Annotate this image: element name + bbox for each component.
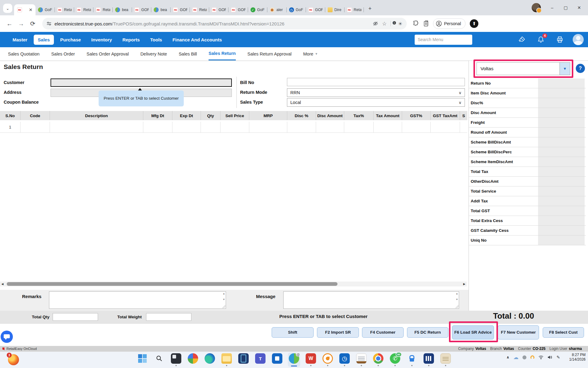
search-taskbar-icon[interactable]	[153, 353, 165, 367]
column-header[interactable]: Disc %	[287, 111, 316, 120]
print-icon[interactable]	[556, 36, 564, 43]
cell-gst-taxamt[interactable]	[431, 122, 460, 133]
cell-disc-pct[interactable]	[287, 122, 316, 133]
cell-sell-price[interactable]	[221, 122, 249, 133]
help-button[interactable]: ?	[576, 64, 585, 73]
scroll-up-icon[interactable]: ▲	[223, 293, 225, 295]
browser-tab[interactable]: bea	[151, 4, 171, 15]
table-row[interactable]: 1	[0, 122, 467, 133]
browser-update-icon[interactable]: ⬆	[470, 19, 478, 28]
browser-tab[interactable]: GoF	[287, 4, 306, 15]
summary-row[interactable]: Item Disc Amount	[469, 88, 586, 98]
summary-row[interactable]: Return No	[469, 79, 586, 88]
back-button[interactable]: ←	[4, 18, 15, 29]
browser-tab[interactable]: GOF	[228, 4, 248, 15]
menu-reports[interactable]: Reports	[119, 35, 144, 45]
summary-row[interactable]: GST Calamity Cess	[469, 226, 586, 236]
scroll-up-icon[interactable]: ▲	[456, 293, 458, 295]
f4-customer-button[interactable]: F4 Customer	[362, 327, 404, 338]
f5-dc-return-button[interactable]: F5 DC Return	[407, 327, 448, 338]
browser-tab[interactable]: GOF	[132, 4, 151, 15]
column-header[interactable]: GST%	[402, 111, 431, 120]
browser-tab[interactable]: aler	[267, 4, 287, 15]
summary-row[interactable]: Scheme ItemDiscAmt	[469, 157, 586, 167]
tab-search-button[interactable]: ⌄	[3, 4, 12, 13]
column-header[interactable]: Sell Price	[221, 111, 249, 120]
menu-sales[interactable]: Sales	[34, 35, 54, 45]
url-text[interactable]: electronicstest.true-pos.com/TruePOS/com…	[55, 21, 370, 26]
reload-button[interactable]: ⟳	[28, 18, 38, 29]
column-header[interactable]: Disc Amount	[316, 111, 344, 120]
tab-sales-return-approval[interactable]: Sales Return Approval	[247, 47, 292, 60]
sales-type-select[interactable]: Local ∨	[287, 98, 465, 107]
customer-input[interactable]	[51, 79, 232, 87]
tray-caret-icon[interactable]: ∧	[507, 355, 510, 359]
photos-taskbar-icon[interactable]	[187, 353, 199, 367]
sticky-notes-taskbar-icon[interactable]	[439, 353, 452, 367]
browser-tab[interactable]: Reta	[74, 4, 93, 15]
summary-row[interactable]: Total Tax	[469, 167, 586, 177]
scrollbar-thumb[interactable]	[7, 282, 337, 286]
menu-finance[interactable]: Finance And Accounts	[168, 35, 226, 45]
chrome-taskbar-icon[interactable]	[372, 353, 384, 367]
cell-tax-amount[interactable]	[374, 122, 402, 133]
tab-sales-return[interactable]: Sales Return	[209, 47, 236, 60]
browser-profile-avatar[interactable]	[532, 3, 541, 12]
cell-mrp[interactable]	[249, 122, 287, 133]
summary-row[interactable]: Total Service	[469, 186, 586, 196]
f2-import-sr-button[interactable]: F2 Import SR	[317, 327, 359, 338]
active-tab[interactable]: ✕	[14, 4, 36, 15]
browser-tab[interactable]: GOF	[209, 4, 228, 15]
f7-new-customer-button[interactable]: F7 New Customer	[498, 325, 539, 339]
user-avatar[interactable]	[573, 34, 584, 45]
cell-extra[interactable]	[460, 122, 467, 133]
summary-row[interactable]: Round off Amount	[469, 128, 586, 137]
forward-button[interactable]: →	[16, 18, 26, 29]
menu-inventory[interactable]: Inventory	[87, 35, 116, 45]
taskbar-clock[interactable]: 8:27 PM 1/14/2026	[564, 353, 586, 362]
column-header[interactable]: MRP	[249, 111, 287, 120]
resize-grip-icon[interactable]	[222, 305, 225, 308]
teams-taskbar-icon[interactable]	[254, 353, 266, 367]
browser-tab[interactable]: Reta	[55, 4, 74, 15]
f8-select-cust-button[interactable]: F8 Select Cust	[543, 327, 584, 338]
onedrive-cloud-icon[interactable]: ☁	[513, 354, 518, 361]
column-header[interactable]: Mfg Dt	[143, 111, 172, 120]
browser-tab[interactable]: Dire	[325, 4, 345, 15]
summary-row[interactable]: Uniq No	[469, 236, 586, 245]
eye-off-icon[interactable]	[373, 21, 378, 26]
tab-delivery-note[interactable]: Delivery Note	[140, 47, 167, 60]
browser-tab[interactable]: Reta	[345, 4, 364, 15]
summary-row[interactable]: Scheme BillDiscAmt	[469, 137, 586, 147]
summary-row[interactable]: Freight	[469, 118, 586, 128]
shift-button[interactable]: Shift	[272, 327, 314, 338]
summary-row[interactable]: OtherDiscAmt	[469, 177, 586, 186]
tab-sales-quotation[interactable]: Sales Quotation	[8, 47, 40, 60]
terminal-taskbar-icon[interactable]	[170, 353, 182, 367]
dropdown-arrow-icon[interactable]: ▼	[560, 63, 570, 75]
column-header[interactable]: Qty	[201, 111, 221, 120]
whatsapp-taskbar-icon[interactable]: 80	[389, 353, 401, 367]
close-tab-icon[interactable]: ✕	[29, 7, 32, 12]
browser-tab[interactable]: GOF	[171, 4, 190, 15]
gofrugal-active-taskbar-icon[interactable]	[288, 353, 300, 367]
cell-gst-pct[interactable]	[402, 122, 431, 133]
summary-row[interactable]: Total Extra Cess	[469, 216, 586, 226]
return-mode-select[interactable]: RRN ∨	[287, 88, 465, 97]
column-header[interactable]: GST TaxAmt	[431, 111, 460, 120]
horizontal-scrollbar[interactable]: ◀ ▶	[0, 282, 467, 286]
volume-icon[interactable]	[548, 355, 552, 359]
restore-button[interactable]: ▢	[559, 2, 572, 13]
branch-selector[interactable]: Voltas ▼	[477, 62, 570, 75]
theme-sun-icon[interactable]: ☀	[398, 21, 402, 27]
cell-mfg-dt[interactable]	[143, 122, 172, 133]
browser-tab[interactable]: Reta	[93, 4, 113, 15]
summary-row[interactable]: Addl Tax	[469, 196, 586, 206]
total-qty-input[interactable]	[53, 313, 98, 321]
search-menu-input[interactable]	[415, 35, 472, 45]
browser-tab[interactable]: GoF	[36, 4, 55, 15]
summary-row[interactable]: Total GST	[469, 206, 586, 216]
cell-qty[interactable]	[201, 122, 221, 133]
chat-widget-button[interactable]	[1, 331, 13, 343]
phone-link-taskbar-icon[interactable]	[237, 353, 250, 367]
